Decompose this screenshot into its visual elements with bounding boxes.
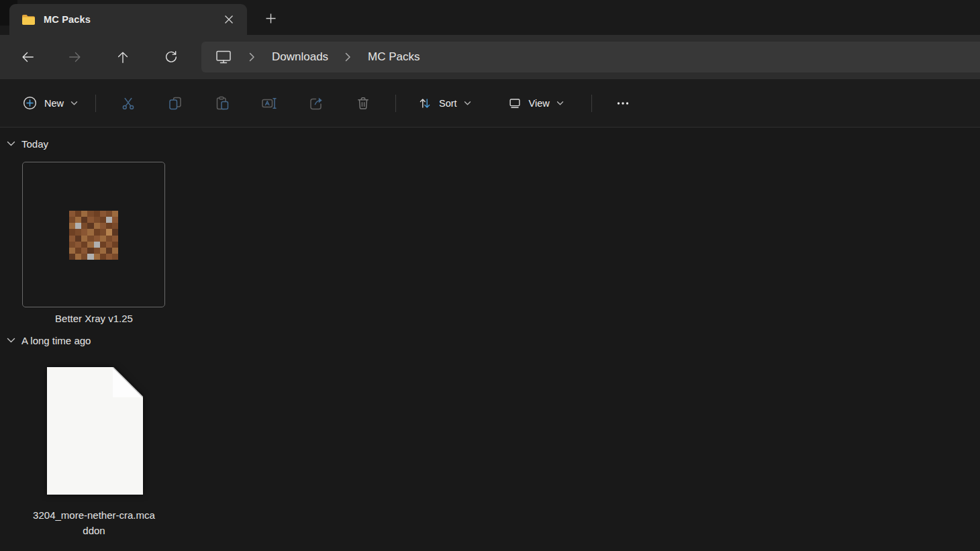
address-bar[interactable]: Downloads MC Packs (201, 42, 980, 72)
share-icon (308, 95, 324, 111)
group-header-a-long-time-ago: A long time ago (7, 335, 91, 346)
trash-icon (355, 95, 371, 111)
command-toolbar: New (0, 79, 980, 128)
delete-button[interactable] (348, 89, 379, 118)
refresh-icon (164, 50, 179, 64)
arrow-right-icon (68, 50, 83, 64)
sort-button-label: Sort (439, 98, 457, 109)
new-button[interactable]: New (13, 89, 87, 118)
arrow-left-icon (20, 50, 35, 64)
ellipsis-icon (615, 95, 631, 111)
cut-button[interactable] (113, 89, 144, 118)
arrow-up-icon (115, 50, 130, 64)
breadcrumb-segment-mc-packs[interactable]: MC Packs (368, 50, 420, 64)
paste-icon (214, 95, 230, 111)
paste-button[interactable] (207, 89, 238, 118)
group-header-today: Today (7, 138, 48, 150)
more-options-button[interactable] (607, 89, 638, 118)
monitor-icon (215, 49, 232, 65)
back-button[interactable] (15, 45, 40, 69)
new-tab-button[interactable] (259, 9, 282, 28)
breadcrumb-chevron[interactable] (345, 52, 351, 62)
breadcrumb-chevron[interactable] (249, 52, 255, 62)
view-button-label: View (529, 98, 550, 109)
close-icon (224, 15, 234, 24)
breadcrumb-segment-downloads[interactable]: Downloads (272, 50, 328, 64)
chevron-down-icon[interactable] (7, 141, 15, 147)
file-item-mcaddon[interactable] (47, 367, 143, 495)
tab-close-button[interactable] (219, 9, 239, 30)
file-list-area: Today Better Xray v1.25 A long time ago … (0, 128, 980, 551)
view-button[interactable]: View (499, 89, 573, 118)
folder-icon (21, 14, 36, 26)
this-pc-crumb[interactable] (215, 49, 232, 65)
chevron-down-icon[interactable] (7, 338, 15, 344)
plus-icon (266, 13, 276, 23)
group-label: Today (21, 138, 48, 150)
copy-icon (167, 95, 183, 111)
chevron-down-icon (464, 101, 471, 106)
rename-icon (260, 95, 278, 111)
view-icon (507, 96, 522, 111)
share-button[interactable] (301, 89, 332, 118)
file-name-label: Better Xray v1.25 (15, 311, 173, 326)
file-item-better-xray[interactable] (22, 162, 165, 307)
toolbar-divider (95, 95, 96, 112)
chevron-down-icon (70, 101, 78, 106)
scissors-icon (120, 95, 136, 111)
explorer-tab-mc-packs[interactable]: MC Packs (9, 4, 247, 35)
plus-circle-icon (22, 95, 38, 111)
toolbar-divider (395, 95, 396, 112)
sort-button[interactable]: Sort (409, 89, 480, 118)
tab-title: MC Packs (44, 14, 91, 25)
tab-bar: MC Packs (0, 0, 980, 35)
file-name-label: 3204_more-nether-cra.mcaddon (30, 507, 158, 538)
sort-icon (418, 96, 432, 111)
copy-button[interactable] (160, 89, 191, 118)
forward-button[interactable] (62, 45, 88, 69)
blank-document-icon (47, 367, 143, 495)
chevron-down-icon (556, 101, 564, 106)
up-button[interactable] (110, 45, 136, 69)
chevron-right-icon (345, 52, 351, 62)
chevron-right-icon (249, 52, 255, 62)
new-button-label: New (44, 98, 64, 109)
navigation-bar: Downloads MC Packs (0, 35, 980, 79)
group-label: A long time ago (21, 335, 91, 346)
minecraft-dirt-thumbnail (69, 211, 118, 260)
toolbar-divider (591, 95, 592, 112)
rename-button[interactable] (254, 89, 285, 118)
refresh-button[interactable] (158, 45, 184, 69)
